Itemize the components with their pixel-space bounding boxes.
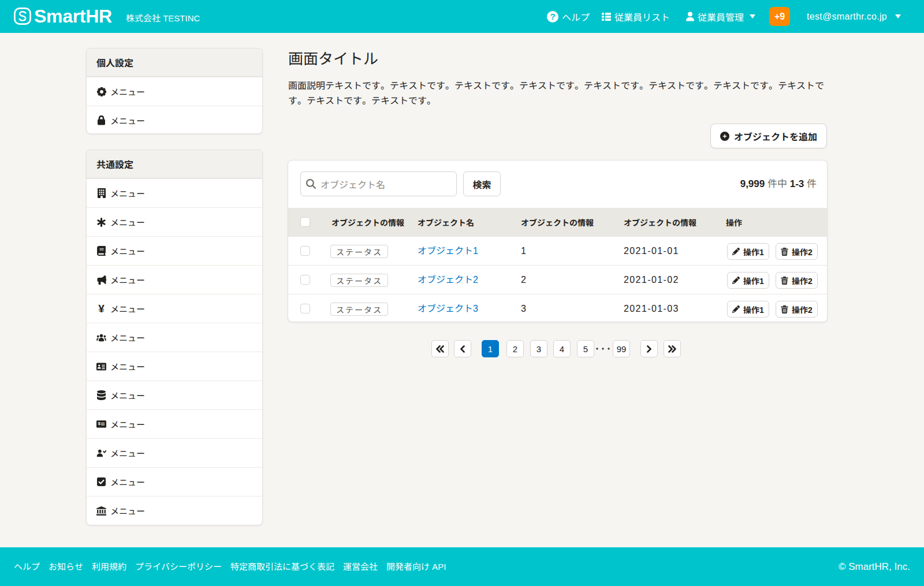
svg-text:?: ? [550, 12, 555, 21]
